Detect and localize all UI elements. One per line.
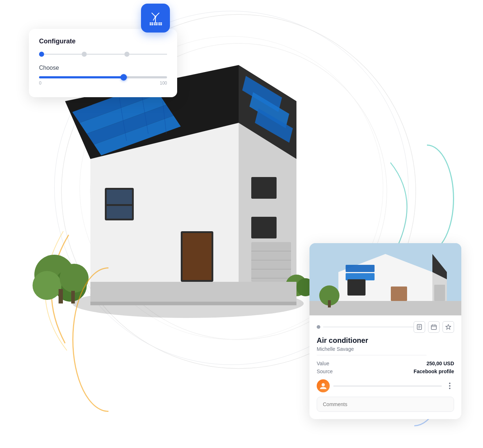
configurate-title: Configurate (39, 38, 167, 45)
slider-container[interactable]: 0 100 (39, 76, 167, 86)
ac-status-dot (317, 325, 320, 329)
star-icon (445, 324, 451, 330)
ac-icon-group (414, 321, 454, 333)
choose-label: Choose (39, 65, 167, 71)
slider-min-label: 0 (39, 81, 42, 86)
svg-point-53 (155, 16, 157, 18)
step-line-1 (44, 54, 82, 55)
ac-card-house-svg (309, 243, 461, 315)
svg-point-77 (322, 383, 325, 387)
ac-source-value: Facebook profile (414, 369, 454, 374)
ac-status-line (323, 327, 414, 327)
svg-rect-61 (391, 287, 407, 301)
step-3-dot[interactable] (124, 52, 129, 57)
slider-fill (39, 76, 124, 78)
ac-footer (317, 379, 454, 392)
ac-card-title: Air conditioner (317, 336, 454, 345)
svg-rect-32 (59, 289, 63, 303)
ac-divider-line (317, 355, 427, 356)
ac-card-image (309, 243, 461, 315)
avatar-icon (319, 382, 327, 390)
ac-card-body: Air conditioner Michelle Savage Value 25… (309, 315, 461, 419)
task-icon (416, 324, 422, 330)
ac-card-author: Michelle Savage (317, 346, 454, 352)
svg-rect-60 (347, 279, 366, 296)
ac-card: Air conditioner Michelle Savage Value 25… (309, 243, 461, 419)
svg-point-31 (33, 271, 61, 300)
slider-track (39, 76, 167, 78)
step-line-2 (87, 54, 124, 55)
step-indicators (39, 52, 167, 57)
ac-star-icon-btn[interactable] (443, 321, 454, 333)
ac-value-amount: 250,00 USD (427, 361, 454, 366)
ac-calendar-icon-btn[interactable] (428, 321, 440, 333)
wind-solar-icon (147, 9, 164, 27)
step-1-dot[interactable] (39, 52, 44, 57)
scene-container: Configurate Choose 0 100 (0, 0, 483, 448)
svg-rect-58 (346, 265, 375, 272)
svg-rect-64 (434, 285, 445, 301)
svg-rect-67 (328, 300, 331, 307)
ac-value-row: Value 250,00 USD (317, 361, 454, 366)
avatar (317, 379, 330, 392)
more-dot-3 (449, 388, 450, 389)
configurate-card: Configurate Choose 0 100 (29, 29, 177, 97)
slider-thumb[interactable] (120, 74, 127, 81)
more-dot-2 (449, 385, 450, 387)
step-2-dot[interactable] (82, 52, 87, 57)
svg-rect-72 (431, 325, 436, 329)
ac-value-label: Value (317, 361, 329, 366)
more-dot-1 (449, 383, 450, 384)
svg-rect-34 (71, 291, 75, 303)
ac-task-icon-btn[interactable] (414, 321, 425, 333)
ac-more-btn[interactable] (445, 383, 454, 389)
svg-point-29 (34, 255, 74, 294)
svg-marker-76 (446, 324, 451, 329)
step-line-3 (129, 54, 167, 55)
calendar-icon (431, 324, 437, 330)
slider-labels: 0 100 (39, 81, 167, 86)
ac-footer-line (333, 385, 442, 387)
ac-card-header (317, 321, 454, 333)
energy-icon-card (141, 4, 170, 33)
ac-meta: Value 250,00 USD Source Facebook profile (317, 361, 454, 374)
ac-source-label: Source (317, 369, 333, 374)
comments-input[interactable] (317, 397, 454, 412)
slider-max-label: 100 (160, 81, 167, 86)
ac-source-row: Source Facebook profile (317, 369, 454, 374)
